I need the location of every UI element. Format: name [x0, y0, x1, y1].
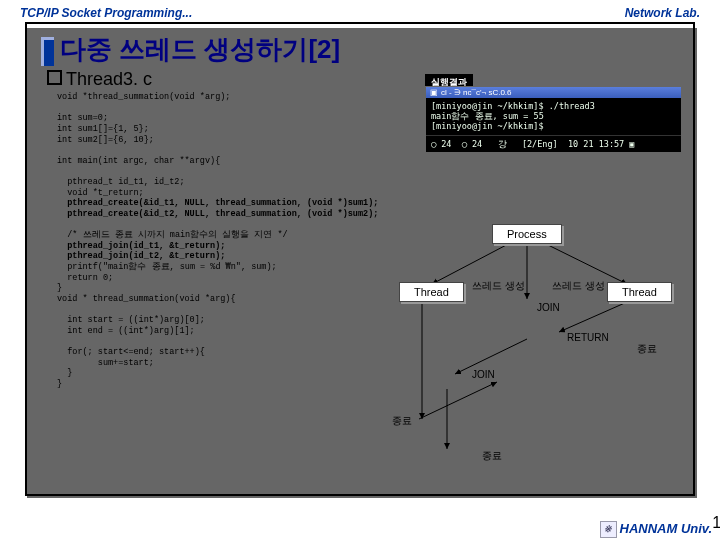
code-line: pthread_join(id_t2, &t_return);	[57, 251, 225, 261]
title-text: 다중 쓰레드 생성하기[2]	[60, 34, 340, 64]
code-line: for(; start<=end; start++){	[57, 347, 205, 357]
code-line: void *t_return;	[57, 188, 144, 198]
code-line: pthread_join(id_t1, &t_return);	[57, 241, 225, 251]
code-line: }	[57, 283, 62, 293]
diagram: Process Thread Thread 쓰레드 생성 쓰레드 생성 JOIN…	[337, 224, 697, 474]
code-line: }	[57, 368, 72, 378]
code-line: void *thread_summation(void *arg);	[57, 92, 230, 102]
terminal-window: ▣ cl - ∋ nc¯c'¬ sC.0.6 [miniyoo@jin ~/kh…	[425, 86, 682, 153]
join-label-2: JOIN	[472, 369, 495, 380]
terminal-status: ◯ 24 ◯ 24 강 [2/Eng] 10 21 13:57 ▣	[426, 135, 681, 152]
svg-line-1	[542, 242, 627, 284]
thread-box-left: Thread	[399, 282, 464, 302]
header-right: Network Lab.	[625, 6, 700, 20]
end-label-2: 종료	[392, 414, 412, 428]
create-label-1: 쓰레드 생성	[472, 279, 525, 293]
title-bar-icon	[41, 37, 54, 66]
code-line: int sum1[]={1, 5};	[57, 124, 149, 134]
return-label: RETURN	[567, 332, 609, 343]
bullet-icon	[47, 70, 62, 85]
end-label-1: 종료	[637, 342, 657, 356]
code-line: }	[57, 379, 62, 389]
header-left: TCP/IP Socket Programming...	[20, 6, 192, 20]
svg-line-3	[559, 302, 627, 332]
thread-box-right: Thread	[607, 282, 672, 302]
code-line: return 0;	[57, 273, 113, 283]
subtitle-text: Thread3. c	[66, 69, 152, 89]
code-line: int main(int argc, char **argv){	[57, 156, 220, 166]
footer: ※HANNAM Univ. 10	[600, 521, 712, 538]
footer-text: HANNAM Univ.	[620, 521, 712, 536]
code-line: int end = ((int*)arg)[1];	[57, 326, 195, 336]
create-label-2: 쓰레드 생성	[552, 279, 605, 293]
process-box: Process	[492, 224, 562, 244]
page-header: TCP/IP Socket Programming... Network Lab…	[0, 0, 720, 22]
terminal-icon: ▣	[430, 88, 438, 97]
svg-line-6	[419, 382, 497, 419]
content-box: 다중 쓰레드 생성하기[2] Thread3. c 실행결과 ▣ cl - ∋ …	[25, 22, 695, 496]
terminal-titlebar: ▣ cl - ∋ nc¯c'¬ sC.0.6	[426, 87, 681, 98]
code-line: int sum2[]={6, 10};	[57, 135, 154, 145]
slide-title: 다중 쓰레드 생성하기[2]	[27, 24, 693, 71]
join-label-1: JOIN	[537, 302, 560, 313]
code-line: int sum=0;	[57, 113, 108, 123]
end-label-3: 종료	[482, 449, 502, 463]
page-number: 10	[712, 514, 720, 532]
code-line: void * thread_summation(void *arg){	[57, 294, 236, 304]
logo-icon: ※	[600, 521, 617, 538]
code-line: pthread_t id_t1, id_t2;	[57, 177, 185, 187]
code-line: /* 쓰레드 종료 시까지 main함수의 실행을 지연 */	[57, 230, 288, 240]
terminal-body: [miniyoo@jin ~/khkim]$ ./thread3 main함수 …	[426, 98, 681, 135]
terminal-title-text: cl - ∋ nc¯c'¬ sC.0.6	[441, 88, 512, 97]
svg-line-0	[432, 242, 512, 284]
code-line: sum+=start;	[57, 358, 154, 368]
code-line: pthread_create(&id_t1, NULL, thread_summ…	[57, 198, 378, 208]
code-line: int start = ((int*)arg)[0];	[57, 315, 205, 325]
code-line: pthread_create(&id_t2, NULL, thread_summ…	[57, 209, 378, 219]
code-line: printf("main함수 종료, sum = %d ₩n", sum);	[57, 262, 277, 272]
